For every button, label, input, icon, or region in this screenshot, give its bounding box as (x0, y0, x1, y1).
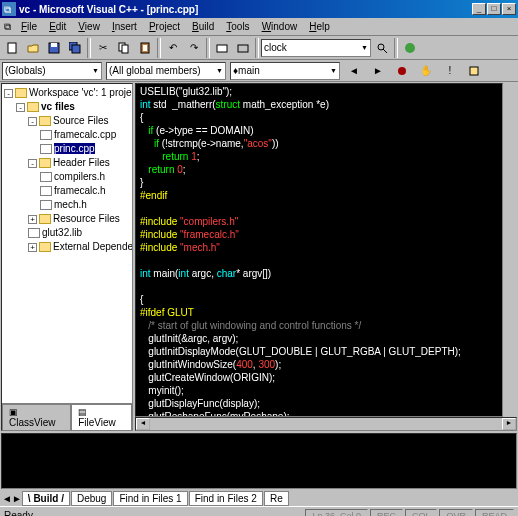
output-panel[interactable] (1, 433, 517, 489)
wizard-bar: (Globals)▼ (All global members)▼ ♦ main▼… (0, 60, 518, 82)
status-ready: Ready (4, 510, 33, 516)
undo-button[interactable]: ↶ (163, 38, 183, 58)
build-tab[interactable]: \ Build / (22, 491, 70, 506)
svg-rect-10 (143, 45, 147, 51)
save-all-button[interactable] (65, 38, 85, 58)
function-combo[interactable]: ♦ main▼ (230, 62, 340, 80)
tree-item[interactable]: -vc files (4, 100, 130, 114)
copy-button[interactable] (114, 38, 134, 58)
svg-point-15 (405, 43, 415, 53)
menu-project[interactable]: Project (143, 19, 186, 34)
menu-bar: ⧉FileEditViewInsertProjectBuildToolsWind… (0, 18, 518, 36)
nav-back-button[interactable]: ◄ (344, 61, 364, 81)
sidebar-tabs: ▣ ClassView ▤ FileView (2, 403, 132, 430)
fileview-tab[interactable]: ▤ FileView (71, 404, 132, 430)
build-button[interactable] (464, 61, 484, 81)
new-file-button[interactable] (2, 38, 22, 58)
menu-build[interactable]: Build (186, 19, 220, 34)
menu-edit[interactable]: Edit (43, 19, 72, 34)
code-editor[interactable]: USELIB("glut32.lib"); int std _matherr(s… (135, 83, 503, 417)
tree-item[interactable]: princ.cpp (4, 142, 130, 156)
run-button[interactable]: ! (440, 61, 460, 81)
tree-item[interactable]: -Source Files (4, 114, 130, 128)
svg-rect-6 (72, 45, 80, 53)
status-position: Ln 36, Col 0 (305, 509, 368, 517)
output-button[interactable] (233, 38, 253, 58)
svg-rect-11 (217, 45, 227, 52)
status-col: COL (405, 509, 438, 517)
cut-button[interactable]: ✂ (93, 38, 113, 58)
menu-tools[interactable]: Tools (220, 19, 255, 34)
status-rec: REC (370, 509, 403, 517)
go-button[interactable] (400, 38, 420, 58)
svg-rect-8 (122, 45, 128, 53)
save-button[interactable] (44, 38, 64, 58)
svg-line-14 (383, 49, 387, 53)
editor-vscroll[interactable] (503, 83, 517, 417)
bp-button[interactable] (392, 61, 412, 81)
paste-button[interactable] (135, 38, 155, 58)
hand-icon[interactable]: ✋ (416, 61, 436, 81)
status-read: READ (475, 509, 514, 517)
tree-item[interactable]: framecalc.cpp (4, 128, 130, 142)
menu-file[interactable]: File (15, 19, 43, 34)
svg-point-16 (398, 67, 406, 75)
workspace-button[interactable] (212, 38, 232, 58)
scope-combo[interactable]: (Globals)▼ (2, 62, 102, 80)
status-ovr: OVR (439, 509, 473, 517)
find2-tab[interactable]: Find in Files 2 (189, 491, 263, 506)
status-bar: Ready Ln 36, Col 0 REC COL OVR READ (0, 506, 518, 516)
tree-item[interactable]: compilers.h (4, 170, 130, 184)
open-button[interactable] (23, 38, 43, 58)
outtab-nav-left[interactable]: ◄ (2, 493, 12, 504)
svg-rect-4 (51, 43, 57, 47)
debug-tab[interactable]: Debug (71, 491, 112, 506)
menu-insert[interactable]: Insert (106, 19, 143, 34)
workspace-panel: -Workspace 'vc': 1 project(s)-vc files-S… (1, 83, 133, 431)
members-combo[interactable]: (All global members)▼ (106, 62, 226, 80)
find-text: clock (264, 42, 287, 53)
tree-item[interactable]: +External Dependencies (4, 240, 130, 254)
close-button[interactable]: × (502, 3, 516, 15)
menu-view[interactable]: View (72, 19, 106, 34)
menu-help[interactable]: Help (303, 19, 336, 34)
tree-item[interactable]: +Resource Files (4, 212, 130, 226)
main-toolbar: ✂ ↶ ↷ clock▼ (0, 36, 518, 60)
maximize-button[interactable]: □ (487, 3, 501, 15)
find-combo[interactable]: clock▼ (261, 39, 371, 57)
outtab-nav-right[interactable]: ► (12, 493, 22, 504)
minimize-button[interactable]: _ (472, 3, 486, 15)
output-tabs: ◄ ► \ Build / Debug Find in Files 1 Find… (0, 490, 518, 506)
svg-rect-2 (8, 43, 16, 53)
tree-item[interactable]: framecalc.h (4, 184, 130, 198)
menu-window[interactable]: Window (256, 19, 304, 34)
find-button[interactable] (372, 38, 392, 58)
nav-fwd-button[interactable]: ► (368, 61, 388, 81)
tree-item[interactable]: mech.h (4, 198, 130, 212)
tree-item[interactable]: -Workspace 'vc': 1 project(s) (4, 86, 130, 100)
svg-rect-17 (470, 67, 478, 75)
redo-button[interactable]: ↷ (184, 38, 204, 58)
svg-rect-12 (238, 45, 248, 52)
window-title: vc - Microsoft Visual C++ - [princ.cpp] (19, 4, 472, 15)
file-tree[interactable]: -Workspace 'vc': 1 project(s)-vc files-S… (2, 84, 132, 403)
find1-tab[interactable]: Find in Files 1 (113, 491, 187, 506)
classview-tab[interactable]: ▣ ClassView (2, 404, 71, 430)
tree-item[interactable]: glut32.lib (4, 226, 130, 240)
tree-item[interactable]: -Header Files (4, 156, 130, 170)
svg-text:⧉: ⧉ (4, 4, 11, 15)
app-icon: ⧉ (2, 2, 16, 16)
editor-hscroll[interactable]: ◄► (135, 417, 517, 431)
title-bar: ⧉ vc - Microsoft Visual C++ - [princ.cpp… (0, 0, 518, 18)
results-tab[interactable]: Re (264, 491, 289, 506)
